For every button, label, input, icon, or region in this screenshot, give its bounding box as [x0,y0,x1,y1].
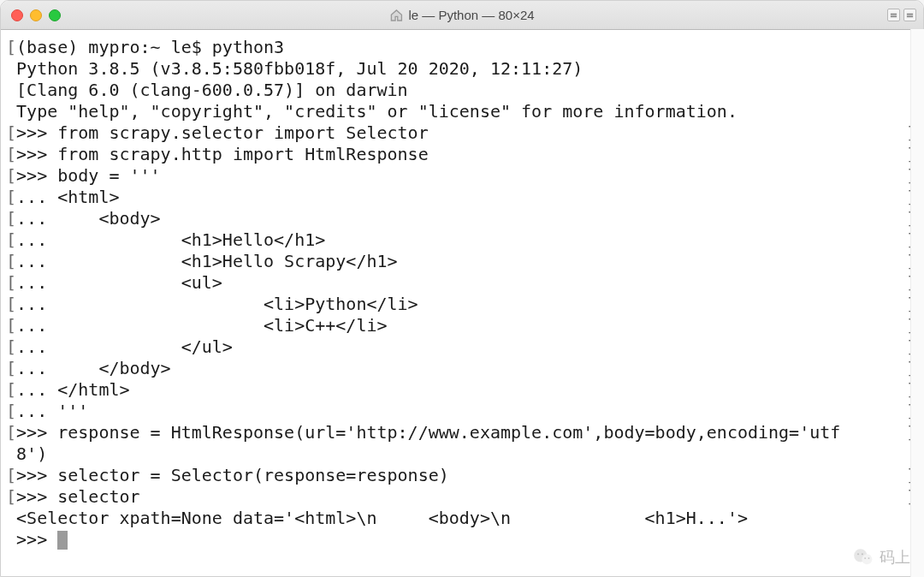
terminal-line[interactable]: [... <li>Python</li>] [6,294,918,315]
terminal-text: >>> selector = Selector(response=respons… [16,465,449,485]
terminal-line[interactable]: [(base) mypro:~ le$ python3 [6,37,918,58]
terminal-text: >>> from scrapy.http import HtmlResponse [16,144,429,164]
bracket-left-icon: [ [6,144,16,164]
terminal-text: ... <body> [16,208,161,229]
terminal-line[interactable]: [>>> selector] [6,486,918,508]
terminal-text: 8') [16,443,47,464]
terminal-text: Type "help", "copyright", "credits" or "… [16,101,737,122]
home-icon [389,9,403,22]
terminal-text: >>> from scrapy.selector import Selector [16,122,429,143]
bracket-left-icon: [ [6,358,16,378]
bracket-left-icon: [ [6,315,16,336]
svg-rect-2 [907,14,913,15]
bracket-left-icon: [ [6,336,16,357]
bracket-left-icon: [ [6,272,16,293]
terminal-text: ... <h1>Hello Scrapy</h1> [16,251,398,271]
terminal-line[interactable]: [... <body>] [6,208,918,229]
svg-rect-3 [907,15,913,17]
bracket-left-icon: [ [6,486,16,507]
bracket-left-icon: [ [6,379,16,400]
terminal-text: >>> selector [16,486,140,507]
terminal-body[interactable]: [(base) mypro:~ le$ python3 Python 3.8.5… [1,30,923,576]
terminal-text: [Clang 6.0 (clang-600.0.57)] on darwin [16,80,408,100]
terminal-line[interactable]: <Selector xpath=None data='<html>\n <bod… [6,508,918,529]
terminal-line[interactable]: [... <html>] [6,187,918,208]
terminal-line[interactable]: [>>> from scrapy.selector import Selecto… [6,122,918,144]
terminal-line[interactable]: Type "help", "copyright", "credits" or "… [6,101,918,122]
svg-rect-0 [891,14,897,15]
titlebar-button-1[interactable] [887,9,900,21]
terminal-line[interactable]: [>>> response = HtmlResponse(url='http:/… [6,422,918,443]
close-button[interactable] [11,9,23,21]
titlebar[interactable]: le — Python — 80×24 [1,1,923,30]
terminal-content[interactable]: [(base) mypro:~ le$ python3 Python 3.8.5… [6,37,918,550]
terminal-line[interactable]: [... </html>] [6,379,918,401]
cursor [57,531,68,550]
terminal-text: ... <h1>Hello</h1> [16,229,325,250]
bracket-left-icon: [ [6,251,16,271]
terminal-line[interactable]: [... <ul>] [6,272,918,294]
window-title: le — Python — 80×24 [389,8,534,22]
titlebar-button-2[interactable] [903,9,916,21]
bracket-left-icon: [ [6,294,16,314]
bracket-left-icon: [ [6,401,16,421]
terminal-line[interactable]: [... <h1>Hello Scrapy</h1>] [6,251,918,272]
terminal-line[interactable]: [... '''] [6,401,918,422]
bracket-left-icon: [ [6,422,16,443]
window-title-text: le — Python — 80×24 [408,8,534,22]
terminal-text: >>> response = HtmlResponse(url='http://… [16,422,840,443]
terminal-line[interactable]: [>>> body = '''] [6,165,918,187]
terminal-line[interactable]: [... <h1>Hello</h1>] [6,229,918,251]
titlebar-right-controls [887,9,916,21]
terminal-text: Python 3.8.5 (v3.8.5:580fbb018f, Jul 20 … [16,58,583,79]
terminal-text: ... </body> [16,358,171,378]
minimize-button[interactable] [30,9,42,21]
terminal-line[interactable]: [>>> from scrapy.http import HtmlRespons… [6,144,918,165]
bracket-left-icon: [ [6,37,16,57]
terminal-text: ... </html> [16,379,129,400]
svg-rect-1 [891,15,897,17]
bracket-left-icon: [ [6,165,16,186]
terminal-line[interactable]: 8') [6,443,918,465]
terminal-text: >>> body = ''' [16,165,161,186]
bracket-left-icon: [ [6,229,16,250]
bracket-left-icon: [ [6,187,16,207]
terminal-text: <Selector xpath=None data='<html>\n <bod… [16,508,748,528]
terminal-line[interactable]: [... </body>] [6,358,918,379]
bracket-left-icon: [ [6,122,16,143]
maximize-button[interactable] [49,9,61,21]
terminal-text: ... <li>Python</li> [16,294,418,314]
terminal-text: ... <li>C++</li> [16,315,387,336]
terminal-line[interactable]: [Clang 6.0 (clang-600.0.57)] on darwin [6,80,918,101]
scrollbar[interactable] [910,29,924,577]
terminal-text: ... <ul> [16,272,222,293]
terminal-text: >>> [16,529,57,550]
terminal-line[interactable]: >>> [6,529,918,550]
terminal-text: ... ''' [16,401,88,421]
traffic-lights [1,9,61,21]
terminal-line[interactable]: [... </ul>] [6,336,918,358]
terminal-window: le — Python — 80×24 [(base) mypro:~ le$ … [0,0,924,577]
terminal-line[interactable]: [... <li>C++</li>] [6,315,918,336]
bracket-left-icon: [ [6,208,16,229]
terminal-line[interactable]: [>>> selector = Selector(response=respon… [6,465,918,486]
terminal-text: ... </ul> [16,336,233,357]
terminal-text: (base) mypro:~ le$ python3 [16,37,284,57]
bracket-left-icon: [ [6,465,16,485]
terminal-text: ... <html> [16,187,119,207]
terminal-line[interactable]: Python 3.8.5 (v3.8.5:580fbb018f, Jul 20 … [6,58,918,80]
